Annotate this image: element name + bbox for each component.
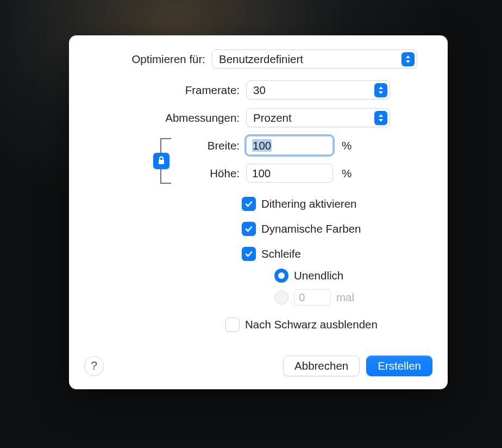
svg-rect-0 [159,160,164,164]
optimize-value: Benutzerdefiniert [219,53,303,66]
fade-to-black-row: Nach Schwarz ausblenden [225,318,432,332]
framerate-popup[interactable]: 30 [246,80,390,99]
loop-mode-group: Unendlich 0 mal [274,269,432,306]
options-group: Dithering aktivieren Dynamische Farben S… [84,197,432,261]
cancel-label: Abbrechen [294,359,348,372]
dimensions-label: Abmessungen: [84,111,246,125]
height-unit: % [342,167,352,180]
height-value: 100 [252,167,271,179]
export-settings-dialog: Optimieren für: Benutzerdefiniert Framer… [69,35,448,389]
width-input[interactable]: 100 [246,136,333,155]
loop-infinite-row: Unendlich [274,269,432,283]
help-button[interactable]: ? [84,356,104,376]
loop-label: Schleife [261,247,301,260]
width-row: Breite: 100 % [84,136,432,155]
aspect-lock-group [155,136,177,186]
chevron-up-down-icon [374,111,387,125]
dynamic-colors-label: Dynamische Farben [261,222,361,235]
loop-infinite-radio[interactable] [274,269,288,283]
dithering-label: Dithering aktivieren [261,197,356,210]
dimensions-popup[interactable]: Prozent [246,108,390,127]
dynamic-colors-row: Dynamische Farben [242,222,432,236]
loop-infinite-label: Unendlich [294,269,343,282]
loop-times-row: 0 mal [274,289,432,306]
chevron-up-down-icon [374,83,387,97]
fade-to-black-label: Nach Schwarz ausblenden [245,318,378,331]
chevron-up-down-icon [401,52,415,66]
loop-checkbox[interactable] [242,247,256,261]
loop-times-suffix: mal [336,291,354,304]
framerate-row: Framerate: 30 [84,80,432,99]
dithering-checkbox[interactable] [242,197,256,211]
loop-times-input[interactable]: 0 [294,289,331,306]
cancel-button[interactable]: Abbrechen [283,356,360,376]
width-value: 100 [252,139,272,152]
loop-times-radio[interactable] [274,290,288,304]
width-unit: % [342,139,352,152]
dialog-footer: ? Abbrechen Erstellen [84,356,432,376]
create-label: Erstellen [378,359,421,372]
loop-times-value: 0 [299,291,305,304]
dimensions-row: Abmessungen: Prozent [84,108,432,127]
lock-icon [158,154,165,167]
help-icon: ? [91,359,97,373]
aspect-lock-button[interactable] [153,153,170,169]
optimize-popup[interactable]: Benutzerdefiniert [212,49,417,69]
create-button[interactable]: Erstellen [366,356,432,376]
height-row: Höhe: 100 % [84,164,432,183]
framerate-label: Framerate: [84,84,246,97]
height-input[interactable]: 100 [246,164,333,183]
optimize-label: Optimieren für: [84,53,212,66]
size-block: Breite: 100 % Höhe: 100 % [84,136,432,183]
dimensions-value: Prozent [253,111,292,125]
fade-to-black-checkbox[interactable] [225,318,240,332]
dynamic-colors-checkbox[interactable] [242,222,256,236]
dithering-row: Dithering aktivieren [242,197,432,211]
optimize-row: Optimieren für: Benutzerdefiniert [84,49,432,69]
loop-row: Schleife [242,247,432,261]
framerate-value: 30 [253,84,266,97]
